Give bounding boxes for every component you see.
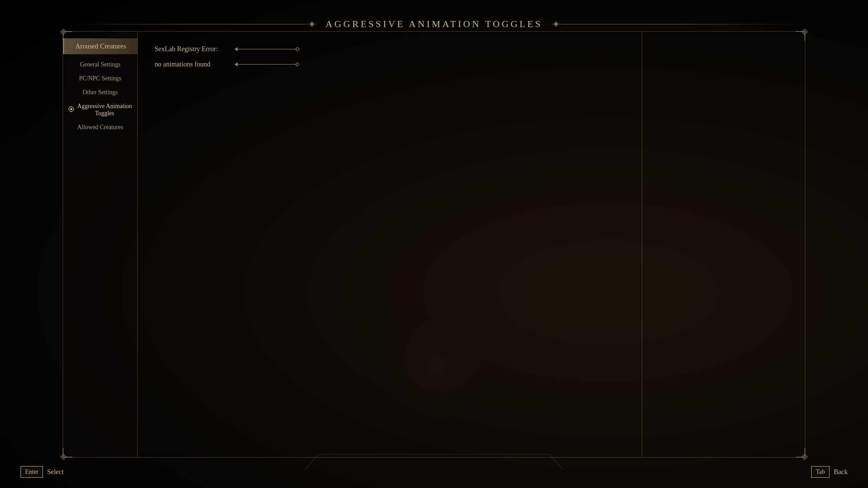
tab-key-box: Tab: [811, 466, 830, 478]
sexlab-registry-error-label: SexLab Registry Error:: [155, 45, 229, 53]
bottom-bar: Enter Select Tab Back: [0, 466, 868, 478]
corner-tl-icon: [59, 28, 67, 36]
content-panel-left: SexLab Registry Error: no animations fou…: [138, 32, 642, 457]
page-title: AGGRESSIVE ANIMATION TOGGLES: [317, 19, 551, 29]
toggle-sexlab-registry-error[interactable]: [234, 46, 302, 53]
vertical-divider: [642, 32, 642, 457]
sidebar: Aroused Creatures General Settings PC/NP…: [63, 32, 138, 457]
content-panel-right: [642, 32, 805, 457]
title-bar: AGGRESSIVE ANIMATION TOGGLES: [63, 19, 805, 29]
sidebar-header: Aroused Creatures: [63, 38, 137, 54]
back-hint: Tab Back: [811, 466, 848, 478]
enter-key-box: Enter: [20, 466, 43, 478]
sidebar-item-allowed-creatures[interactable]: Allowed Creatures: [63, 120, 137, 134]
corner-bl: [63, 448, 72, 458]
svg-marker-20: [234, 47, 238, 51]
back-label: Back: [834, 468, 848, 476]
active-item-icon: [68, 106, 74, 114]
content-row-sexlab-registry-error: SexLab Registry Error:: [155, 45, 625, 53]
corner-bl-icon: [59, 453, 67, 461]
svg-marker-23: [234, 62, 238, 66]
content-wrapper: SexLab Registry Error: no animations fou…: [138, 32, 805, 457]
title-line-left: [63, 24, 307, 24]
title-right-ornament-icon: [551, 19, 561, 29]
sidebar-item-general-settings[interactable]: General Settings: [63, 58, 137, 72]
sidebar-item-aggressive-animation-toggles[interactable]: Aggressive Animation Toggles: [63, 99, 137, 120]
main-frame: Aroused Creatures General Settings PC/NP…: [63, 31, 805, 458]
sidebar-item-pcnpc-settings[interactable]: PC/NPC Settings: [63, 72, 137, 85]
select-hint: Enter Select: [20, 466, 64, 478]
content-row-no-animations-found: no animations found: [155, 60, 625, 68]
no-animations-found-label: no animations found: [155, 60, 229, 68]
main-container: AGGRESSIVE ANIMATION TOGGLES: [63, 19, 805, 458]
select-label: Select: [47, 468, 64, 476]
title-line-right: [561, 24, 805, 24]
toggle-no-animations-found[interactable]: [234, 61, 302, 68]
svg-point-15: [70, 108, 72, 110]
title-left-ornament-icon: [307, 19, 317, 29]
sidebar-item-other-settings[interactable]: Other Settings: [63, 85, 137, 99]
